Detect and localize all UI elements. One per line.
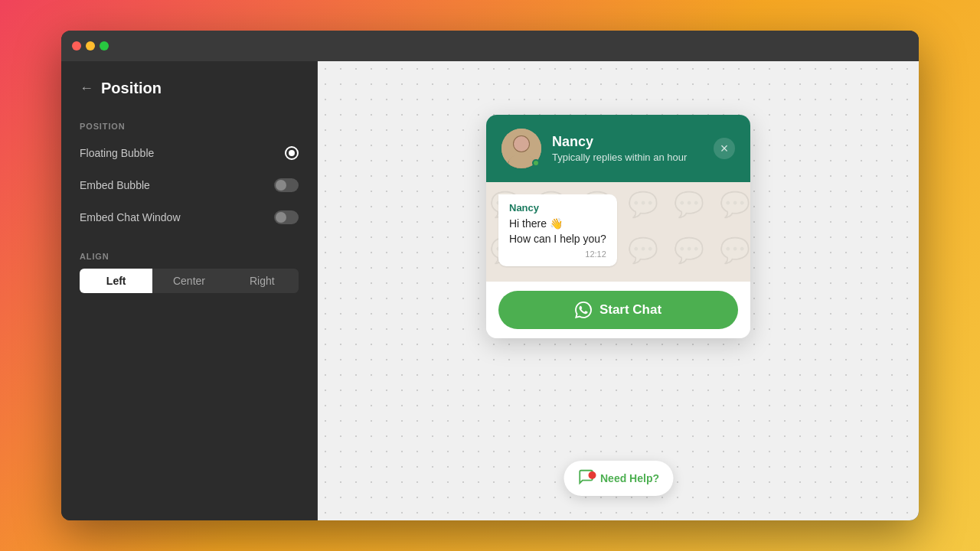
option-label-floating-bubble: Floating Bubble <box>80 147 154 159</box>
start-chat-button[interactable]: Start Chat <box>498 291 738 329</box>
chat-body: Nancy Hi there 👋 How can I help you? 12:… <box>486 182 750 282</box>
maximize-traffic-light[interactable] <box>100 41 109 51</box>
position-section-label: POSITION <box>61 109 317 137</box>
traffic-lights <box>72 41 109 51</box>
floating-help-button[interactable]: Need Help? <box>564 461 673 496</box>
agent-status: Typically replies within an hour <box>552 152 687 163</box>
back-button[interactable]: ← <box>80 80 93 96</box>
option-embed-chat-window[interactable]: Embed Chat Window <box>61 201 317 233</box>
floating-help-text: Need Help? <box>600 472 659 484</box>
whatsapp-icon <box>575 302 592 318</box>
align-buttons: Left Center Right <box>61 269 317 293</box>
close-traffic-light[interactable] <box>72 41 81 51</box>
panel-title: Position <box>101 80 162 97</box>
app-window: ← Position POSITION Floating Bubble Embe… <box>61 31 919 520</box>
avatar-wrap <box>501 129 541 168</box>
window-body: ← Position POSITION Floating Bubble Embe… <box>61 61 919 520</box>
option-label-embed-bubble: Embed Bubble <box>80 179 150 191</box>
message-bubble: Nancy Hi there 👋 How can I help you? 12:… <box>498 194 617 266</box>
minimize-traffic-light[interactable] <box>86 41 95 51</box>
chat-footer: Start Chat <box>486 282 750 338</box>
message-sender: Nancy <box>509 202 606 214</box>
align-right-button[interactable]: Right <box>226 269 299 293</box>
svg-point-3 <box>514 136 529 152</box>
panel-header: ← Position <box>61 61 317 109</box>
message-time: 12:12 <box>509 249 606 259</box>
floating-icon-wrap <box>577 468 594 488</box>
chat-header-left: Nancy Typically replies within an hour <box>501 129 687 168</box>
option-embed-bubble[interactable]: Embed Bubble <box>61 169 317 201</box>
option-label-embed-chat-window: Embed Chat Window <box>80 211 181 223</box>
align-section-label: ALIGN <box>61 233 317 269</box>
align-center-button[interactable]: Center <box>152 269 225 293</box>
online-status-dot <box>532 159 540 167</box>
toggle-embed-chat-window[interactable] <box>274 210 299 224</box>
toggle-embed-bubble[interactable] <box>274 178 299 192</box>
radio-floating-bubble[interactable] <box>285 146 299 160</box>
titlebar <box>61 31 919 61</box>
start-chat-label: Start Chat <box>599 302 662 318</box>
agent-name: Nancy <box>552 134 687 150</box>
chat-header-info: Nancy Typically replies within an hour <box>552 134 687 163</box>
message-text-line1: Hi there 👋 <box>509 217 606 232</box>
chat-header: Nancy Typically replies within an hour × <box>486 115 750 182</box>
message-text-line2: How can I help you? <box>509 232 606 247</box>
right-panel: Nancy Typically replies within an hour ×… <box>318 61 919 520</box>
notification-dot <box>588 471 596 479</box>
option-floating-bubble[interactable]: Floating Bubble <box>61 137 317 169</box>
chat-widget: Nancy Typically replies within an hour ×… <box>486 115 750 338</box>
chat-close-button[interactable]: × <box>714 138 735 159</box>
left-panel: ← Position POSITION Floating Bubble Embe… <box>61 61 318 520</box>
align-left-button[interactable]: Left <box>80 269 152 293</box>
